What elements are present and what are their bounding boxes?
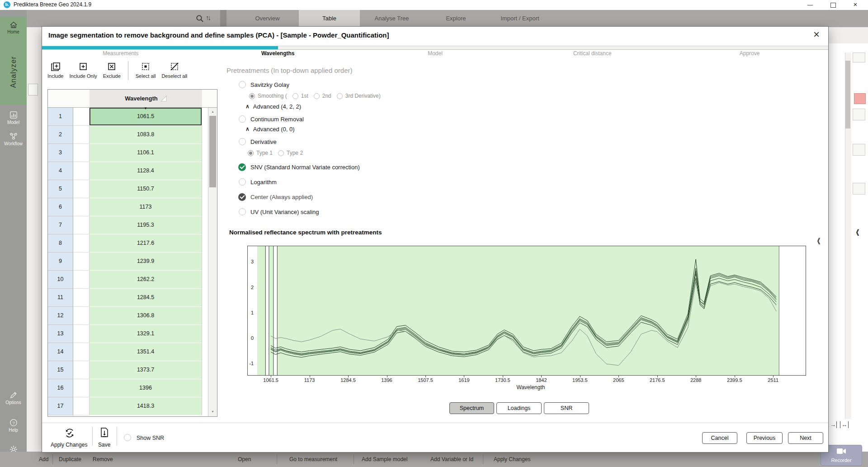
table-row[interactable]: 141351.4 xyxy=(48,343,208,361)
search-icon[interactable] xyxy=(195,14,204,23)
step-wavelengths[interactable]: Wavelengths xyxy=(199,50,357,58)
sidebar-item-model[interactable]: Model xyxy=(0,107,27,129)
wavelength-cell[interactable]: 1284.5 xyxy=(90,289,202,307)
bottom-toolbar-add-sample-model[interactable]: Add Sample model xyxy=(362,452,407,467)
table-row[interactable]: 31106.1 xyxy=(48,144,208,162)
window-close-button[interactable]: × xyxy=(846,0,864,10)
cancel-button[interactable]: Cancel xyxy=(702,432,737,444)
savitzky-golay-radio[interactable] xyxy=(239,81,246,88)
row-number-cell[interactable]: 13 xyxy=(48,325,73,343)
table-row[interactable]: 81217.6 xyxy=(48,234,208,253)
smoothing-radio[interactable] xyxy=(249,93,255,99)
step-measurements[interactable]: Measurements xyxy=(42,50,199,58)
wavelength-cell[interactable]: 1083.8 xyxy=(90,126,202,144)
bottom-toolbar-open[interactable]: Open xyxy=(238,452,251,467)
previous-button[interactable]: Previous xyxy=(746,432,783,444)
loadings-button[interactable]: Loadings xyxy=(496,402,542,414)
fit-width-icon[interactable]: ↔ xyxy=(840,421,849,428)
table-scrollbar-thumb[interactable] xyxy=(209,116,216,187)
row-number-cell[interactable]: 4 xyxy=(48,162,73,180)
bottom-toolbar-add[interactable]: Add xyxy=(39,452,48,467)
minimize-button[interactable] xyxy=(801,0,819,10)
bottom-toolbar-remove[interactable]: Remove xyxy=(93,452,113,467)
dialog-close-button[interactable]: × xyxy=(810,28,823,41)
spectrum-button[interactable]: Spectrum xyxy=(449,402,494,414)
next-button[interactable]: Next xyxy=(788,432,823,444)
tab-analyse-tree[interactable]: Analyse Tree xyxy=(360,10,424,27)
tab-overview[interactable]: Overview xyxy=(236,10,299,27)
step-model[interactable]: Model xyxy=(357,50,514,58)
table-row[interactable]: 111284.5 xyxy=(48,289,208,307)
logarithm-option[interactable]: Logarithm xyxy=(239,177,277,186)
bottom-toolbar-apply-changes[interactable]: Apply Changes xyxy=(494,452,530,467)
logarithm-radio[interactable] xyxy=(239,178,246,186)
derivative-option[interactable]: Derivative xyxy=(239,137,277,146)
wavelength-cell[interactable]: 1195.3 xyxy=(90,216,202,234)
table-scrollbar[interactable]: ▲ ▼ xyxy=(208,108,217,416)
center-checked-icon[interactable] xyxy=(238,193,246,201)
apply-changes-button[interactable] xyxy=(64,427,75,441)
row-number-cell[interactable]: 12 xyxy=(48,307,73,325)
wavelength-cell[interactable]: 1173 xyxy=(90,198,202,216)
wavelength-cell[interactable]: 1239.9 xyxy=(90,253,202,271)
row-number-cell[interactable]: 15 xyxy=(48,361,73,379)
sidebar-item-home[interactable]: Home xyxy=(0,17,27,39)
row-number-cell[interactable]: 3 xyxy=(48,144,73,162)
table-row[interactable]: 161396 xyxy=(48,379,208,397)
save-button[interactable] xyxy=(99,427,110,441)
table-row[interactable]: 71195.3 xyxy=(48,216,208,234)
table-row[interactable]: 121306.8 xyxy=(48,307,208,325)
jump-to-end-icon[interactable]: → xyxy=(830,421,837,428)
table-row[interactable]: 41128.4 xyxy=(48,162,208,180)
bottom-toolbar-go-to-measurement[interactable]: Go to measurement xyxy=(289,452,337,467)
table-row[interactable]: 151373.7 xyxy=(48,361,208,379)
maximize-button[interactable] xyxy=(824,0,842,10)
savitzky-advanced-toggle[interactable]: ∧ Advanced (4, 2, 2) xyxy=(245,102,301,111)
step-approve[interactable]: Approve xyxy=(671,50,828,58)
continuum-advanced-toggle[interactable]: ∧ Advanced (0, 0) xyxy=(245,124,295,133)
uv-scaling-option[interactable]: UV (Unit Variance) scaling xyxy=(239,207,319,216)
sidebar-item-help[interactable]: ? Help xyxy=(0,415,27,436)
bottom-toolbar-duplicate[interactable]: Duplicate xyxy=(59,452,81,467)
row-number-cell[interactable]: 17 xyxy=(48,397,73,415)
wavelength-cell[interactable]: 1061.5▼ xyxy=(90,108,202,126)
wavelength-cell[interactable]: 1150.7 xyxy=(90,180,202,198)
continuum-removal-option[interactable]: Continuum Removal xyxy=(239,114,304,124)
type-1-radio[interactable] xyxy=(248,150,254,156)
third-derivative-radio[interactable] xyxy=(337,93,343,99)
scroll-down-icon[interactable]: ▼ xyxy=(208,408,217,416)
row-number-cell[interactable]: 8 xyxy=(48,234,73,253)
tab-explore[interactable]: Explore xyxy=(424,10,488,27)
row-number-cell[interactable]: 9 xyxy=(48,253,73,271)
wavelength-column-header[interactable]: Wavelength xyxy=(90,90,203,108)
row-number-cell[interactable]: 7 xyxy=(48,216,73,234)
select-all-button[interactable]: Select all xyxy=(136,61,156,79)
derivative-radio[interactable] xyxy=(239,138,246,145)
uv-scaling-radio[interactable] xyxy=(239,208,246,215)
include-button[interactable]: Include xyxy=(47,61,63,79)
sidebar-item-workflow[interactable]: Workflow xyxy=(0,129,27,150)
wavelength-cell[interactable]: 1128.4 xyxy=(90,162,202,180)
second-derivative-radio[interactable] xyxy=(314,93,320,99)
wavelength-cell[interactable]: 1306.8 xyxy=(90,307,202,325)
show-snr-radio[interactable] xyxy=(124,434,131,441)
table-row[interactable]: 11061.5▼ xyxy=(48,108,208,126)
sidebar-item-analyzer[interactable]: Analyzer xyxy=(0,39,27,105)
table-row[interactable]: 61173 xyxy=(48,198,208,216)
row-number-cell[interactable]: 2 xyxy=(48,126,73,144)
center-option[interactable]: Center (Always applied) xyxy=(238,192,313,201)
background-collapse-chevron-icon[interactable]: ‹ xyxy=(856,225,859,238)
savitzky-golay-option[interactable]: Savitzky Golay xyxy=(239,80,289,89)
table-row[interactable]: 91239.9 xyxy=(48,253,208,271)
wavelength-cell[interactable]: 1106.1 xyxy=(90,144,202,162)
deselect-all-button[interactable]: Deselect all xyxy=(161,61,187,79)
table-row[interactable]: 21083.8 xyxy=(48,126,208,144)
snr-button[interactable]: SNR xyxy=(544,402,589,414)
wavelength-cell[interactable]: 1262.2 xyxy=(90,271,202,289)
sidebar-item-options[interactable]: Options xyxy=(0,387,27,409)
tab-table[interactable]: Table xyxy=(299,10,360,27)
sort-icon[interactable]: ↑↓ xyxy=(206,14,210,21)
wavelength-cell[interactable]: 1217.6 xyxy=(90,234,202,253)
row-number-cell[interactable]: 5 xyxy=(48,180,73,198)
snv-checked-icon[interactable] xyxy=(238,163,246,171)
